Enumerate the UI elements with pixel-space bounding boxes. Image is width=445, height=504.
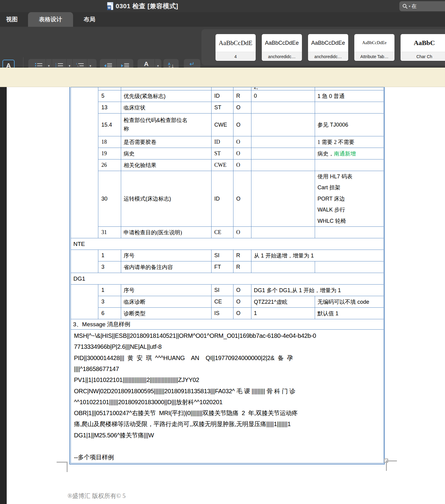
tab-table-design[interactable]: 表格设计 <box>28 12 73 27</box>
field-remarks-cell[interactable]: 参见 TJ0006 <box>315 114 384 136</box>
style-card[interactable]: AaBbCcDdEe Attribute Tab… <box>354 34 394 61</box>
field-number-cell[interactable]: 19 <box>98 148 121 159</box>
message-note-line[interactable]: --多个项目样例 <box>74 452 380 463</box>
field-number-cell[interactable]: 5 <box>98 90 121 102</box>
style-card[interactable]: AaBbCcDdEe anchoredidc… <box>308 34 348 61</box>
field-example-cell[interactable]: 从 1 开始递增，增量为 1 <box>251 250 384 261</box>
field-name-cell[interactable]: 省内请单的备注内容 <box>121 261 212 273</box>
field-type-cell[interactable]: ID <box>212 136 233 148</box>
field-optionality-cell[interactable]: R <box>233 261 251 273</box>
field-number-cell[interactable]: 6 <box>98 308 121 319</box>
field-remarks-cell[interactable] <box>315 102 384 114</box>
field-example-cell[interactable] <box>251 148 315 159</box>
field-name-cell[interactable]: 序号 <box>121 250 212 261</box>
field-optionality-cell[interactable]: O <box>233 296 251 308</box>
field-type-cell[interactable]: ST <box>212 148 233 159</box>
tab-view[interactable]: 视图 <box>0 12 24 27</box>
field-example-cell[interactable] <box>251 227 315 238</box>
field-number-cell[interactable]: 3 <box>98 296 121 308</box>
gutter-cell[interactable] <box>71 285 98 319</box>
field-number-cell[interactable]: 31 <box>98 227 121 238</box>
search-box[interactable]: ▾ 在 <box>399 1 445 11</box>
field-name-cell[interactable]: 优先级(紧急标志) <box>121 90 212 102</box>
field-name-cell[interactable]: 检查部位代码&检查部位名称 <box>121 114 212 136</box>
gutter-cell[interactable] <box>71 87 98 238</box>
field-optionality-cell[interactable]: O <box>233 171 251 227</box>
field-remarks-cell[interactable]: 1 急 0 普通 <box>315 90 384 102</box>
field-number-cell[interactable]: 15.4 <box>98 114 121 136</box>
hl7-message-line[interactable]: OBR|1|||0517100247^右膝关节 MRI(平扫)|0|||||||… <box>74 408 380 418</box>
field-name-cell[interactable] <box>121 87 212 90</box>
field-name-cell[interactable]: 诊断类型 <box>121 308 212 319</box>
field-type-cell[interactable]: SI <box>212 250 233 261</box>
hl7-message-line[interactable]: ||||^18658677147 <box>74 363 380 374</box>
field-remarks-cell[interactable] <box>315 227 384 238</box>
field-optionality-cell[interactable] <box>233 87 251 90</box>
field-remarks-cell[interactable]: 1 需要 2 不需要 <box>315 136 384 148</box>
field-name-cell[interactable]: 病史 <box>121 148 212 159</box>
field-optionality-cell[interactable]: R <box>233 250 251 261</box>
hl7-message-line[interactable]: 痛,爬山及爬楼梯等活动受限，平路行走尚可,,双膝无明显肿胀,无明显压痛|||||… <box>74 418 380 429</box>
field-name-cell[interactable]: 运转模式(床边标志) <box>121 171 212 227</box>
field-example-cell[interactable]: 2, <box>251 87 315 90</box>
field-number-cell[interactable]: 26 <box>98 159 121 171</box>
field-name-cell[interactable]: 临床诊断 <box>121 296 212 308</box>
message-sample-cell[interactable]: MSH|^~\&|HIS||ESB||20180918140521||ORM^O… <box>71 330 384 463</box>
field-example-cell[interactable] <box>251 114 315 136</box>
field-type-cell[interactable]: CE <box>212 227 233 238</box>
field-type-cell[interactable]: ST <box>212 102 233 114</box>
field-optionality-cell[interactable]: R <box>233 90 251 102</box>
tab-layout[interactable]: 布局 <box>77 12 102 27</box>
field-remarks-cell[interactable] <box>315 87 384 90</box>
field-number-cell[interactable] <box>98 87 121 90</box>
field-remarks-cell[interactable]: 使用 HL7 码表Cart 担架PORT 床边WALK 步行WHLC 轮椅 <box>315 171 384 227</box>
field-optionality-cell[interactable]: O <box>233 102 251 114</box>
field-name-cell[interactable]: 临床症状 <box>121 102 212 114</box>
hl7-message-line[interactable]: 7713334966b|P|2.6|||NE|AL||utf-8 <box>74 341 380 352</box>
field-type-cell[interactable]: IS <box>212 308 233 319</box>
field-example-cell[interactable] <box>251 102 315 114</box>
field-optionality-cell[interactable]: O <box>233 159 251 171</box>
field-example-cell[interactable]: 0 <box>251 90 315 102</box>
field-example-cell[interactable] <box>251 261 315 273</box>
field-optionality-cell[interactable]: O <box>233 285 251 296</box>
gutter-cell[interactable] <box>71 250 98 273</box>
hl7-message-line[interactable]: MSH|^~\&|HIS||ESB||20180918140521||ORM^O… <box>74 330 380 341</box>
field-type-cell[interactable]: CWE <box>212 159 233 171</box>
hl7-message-line[interactable]: PV1||1|101022101||||||||||||||||2|||||||… <box>74 374 380 385</box>
hl7-message-line[interactable]: PID||3000014428||| 黄 安 琪 ^^^HUANG AN QI|… <box>74 352 380 363</box>
field-example-cell[interactable]: 1 <box>251 308 315 319</box>
field-remarks-cell[interactable] <box>315 159 384 171</box>
field-number-cell[interactable]: 1 <box>98 250 121 261</box>
field-number-cell[interactable]: 1 <box>98 285 121 296</box>
message-heading-cell[interactable]: 3、Message 消息样例 <box>71 319 384 330</box>
field-remarks-cell[interactable]: 无编码可以不填 code <box>315 296 384 308</box>
field-name-cell[interactable]: 申请检查目的(医生说明) <box>121 227 212 238</box>
field-name-cell[interactable]: 是否需要胶卷 <box>121 136 212 148</box>
field-optionality-cell[interactable]: O <box>233 308 251 319</box>
field-remarks-cell[interactable] <box>315 261 384 273</box>
style-card[interactable]: AaBbCcDdEe anchoredidc… <box>262 34 302 61</box>
field-example-cell[interactable] <box>251 171 315 227</box>
field-optionality-cell[interactable]: O <box>233 136 251 148</box>
hl7-message-line[interactable]: ^^101022101||||||20180920183000||D|||放射科… <box>74 397 380 408</box>
field-example-cell[interactable]: QTZ221^虚眩 <box>251 296 315 308</box>
style-card[interactable]: AaBbCcDdE 4 <box>215 34 256 61</box>
field-optionality-cell[interactable]: O <box>233 114 251 136</box>
field-number-cell[interactable]: 3 <box>98 261 121 273</box>
field-type-cell[interactable]: CE <box>212 296 233 308</box>
field-name-cell[interactable]: 相关化验结果 <box>121 159 212 171</box>
field-number-cell[interactable]: 18 <box>98 136 121 148</box>
field-type-cell[interactable]: CWE <box>212 114 233 136</box>
field-type-cell[interactable]: ID <box>212 171 233 227</box>
segment-label-cell[interactable]: DG1 <box>71 273 384 285</box>
field-type-cell[interactable]: FT <box>212 261 233 273</box>
style-card[interactable]: AaBbC Char Ch <box>401 34 445 61</box>
field-example-cell[interactable]: DG1 多个 DG1,从 1 开始，增量为 1 <box>251 285 384 296</box>
field-remarks-cell[interactable]: 病史，南通新增 <box>315 148 384 159</box>
hl7-message-line[interactable]: ORC|NW|02D2018091800595|||||||2018091813… <box>74 386 380 397</box>
field-type-cell[interactable]: ID <box>212 90 233 102</box>
field-type-cell[interactable] <box>212 87 233 90</box>
field-name-cell[interactable]: 序号 <box>121 285 212 296</box>
field-optionality-cell[interactable]: O <box>233 148 251 159</box>
